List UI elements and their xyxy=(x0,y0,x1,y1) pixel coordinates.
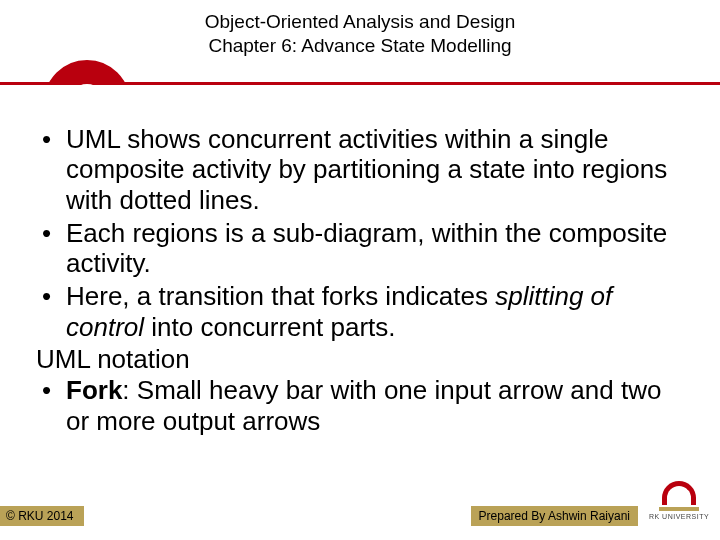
author-badge: Prepared By Ashwin Raiyani xyxy=(471,506,638,526)
slide-header: Object-Oriented Analysis and Design Chap… xyxy=(0,0,720,64)
bullet-item: Fork: Small heavy bar with one input arr… xyxy=(36,375,684,436)
header-title-line2: Chapter 6: Advance State Modelling xyxy=(0,34,720,58)
bullet-item: UML shows concurrent activities within a… xyxy=(36,124,684,216)
slide-content: UML shows concurrent activities within a… xyxy=(0,98,720,437)
header-title-line1: Object-Oriented Analysis and Design xyxy=(0,10,720,34)
logo-arch-icon xyxy=(662,481,696,505)
header-rule xyxy=(0,68,720,98)
logo-base xyxy=(659,507,699,511)
section-subhead: UML notation xyxy=(36,344,684,375)
university-logo: RK UNIVERSITY xyxy=(648,481,710,520)
bullet-list: Fork: Small heavy bar with one input arr… xyxy=(36,375,684,436)
logo-text: RK UNIVERSITY xyxy=(648,513,710,520)
bold-term: Fork xyxy=(66,375,122,405)
copyright-badge: © RKU 2014 xyxy=(0,506,84,526)
bullet-item: Each regions is a sub-diagram, within th… xyxy=(36,218,684,279)
slide-footer: © RKU 2014 Prepared By Ashwin Raiyani RK… xyxy=(0,502,720,526)
bullet-list: UML shows concurrent activities within a… xyxy=(36,124,684,343)
bullet-item: Here, a transition that forks indicates … xyxy=(36,281,684,342)
